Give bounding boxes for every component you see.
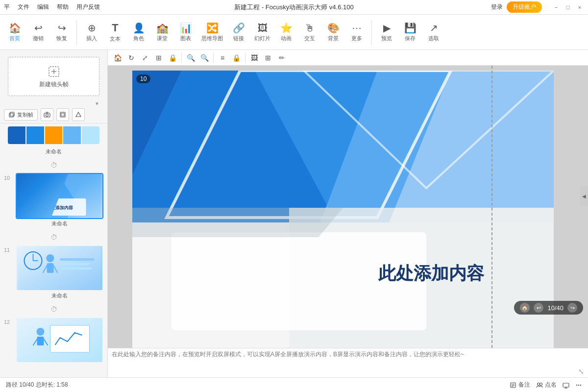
shape-button[interactable]: [72, 108, 85, 121]
minimize-button[interactable]: −: [552, 3, 561, 12]
toolbar-mindmap[interactable]: 🔀 思维导图: [198, 18, 226, 47]
titlebar: 平 文件 编辑 帮助 用户反馈 新建工程 - Focusky动画演示大师 v4.…: [0, 0, 588, 15]
toolbar-mindmap-label: 思维导图: [201, 35, 223, 42]
menu-item-file[interactable]: 文件: [18, 3, 29, 11]
slide-bg-svg: [132, 71, 554, 348]
more-status-button[interactable]: [575, 382, 582, 389]
notes-button[interactable]: 备注: [510, 381, 530, 389]
ct-zoomout-btn[interactable]: 🔍: [198, 52, 210, 64]
toolbar-interact[interactable]: 🖱 交互: [299, 18, 320, 47]
toolbar-text[interactable]: T 文本: [104, 18, 126, 47]
slide-11-svg: [17, 246, 102, 290]
toolbar-slideshow-label: 幻灯片: [254, 35, 270, 42]
ct-lock-btn[interactable]: 🔒: [167, 52, 178, 64]
slide-thumb-10[interactable]: 此处添加内容: [16, 173, 103, 219]
counter-next-icon[interactable]: ↪: [567, 303, 577, 313]
slide-thumb-11[interactable]: [16, 245, 103, 291]
notes-area: ⤡: [108, 348, 588, 377]
toolbar-insert[interactable]: ⊕ 插入: [81, 18, 102, 47]
counter-home-icon[interactable]: 🏠: [520, 303, 530, 313]
slide-canvas[interactable]: 10 此处添加内容: [132, 71, 554, 348]
notes-input[interactable]: [112, 350, 584, 375]
login-button[interactable]: 登录: [491, 3, 503, 11]
ct-layer-btn[interactable]: ⊞: [153, 52, 165, 64]
slide-sep-11-12: ⏱: [0, 303, 107, 315]
menu-bar: 平 文件 编辑 帮助 用户反馈: [4, 3, 100, 11]
theme-color-strip[interactable]: [8, 126, 99, 144]
toolbar-preview[interactable]: ▶ 预览: [376, 18, 397, 47]
ct-zoomin-btn[interactable]: 🔍: [185, 52, 196, 64]
ct-draw-btn[interactable]: ✏: [276, 52, 288, 64]
chart-icon: 📊: [180, 22, 192, 34]
toolbar-chart[interactable]: 📊 图表: [175, 18, 196, 47]
crop-button[interactable]: [56, 108, 69, 121]
toolbar-role[interactable]: 👤 角色: [128, 18, 149, 47]
counter-back-icon[interactable]: ↩: [534, 303, 543, 313]
checkin-button[interactable]: 点名: [536, 381, 557, 389]
insert-icon: ⊕: [88, 22, 96, 34]
camera-button[interactable]: [41, 108, 53, 121]
copy-frame-label: 复制帧: [17, 111, 33, 119]
canvas-area: 🏠 ↻ ⤢ ⊞ 🔒 🔍 🔍 ≡ 🔒 🖼 ⊞ ✏: [108, 50, 588, 377]
more-status-icon: [575, 382, 582, 389]
toolbar-background[interactable]: 🎨 背景: [322, 18, 344, 47]
slideshow-icon: 🖼: [258, 22, 268, 34]
screen-icon: [563, 382, 569, 389]
toolbar-more[interactable]: ⋯ 更多: [346, 18, 368, 47]
ct-flip-btn[interactable]: ⤢: [139, 52, 151, 64]
separator-icon-2: ⏱: [50, 233, 57, 241]
ct-align-btn[interactable]: ≡: [217, 52, 228, 64]
canvas-content[interactable]: 10 此处添加内容 🏠 ↩ 10/40 ↪: [108, 66, 588, 348]
separator-icon: ⏱: [50, 161, 57, 169]
role-icon: 👤: [133, 22, 145, 34]
slide-thumb-12[interactable]: [16, 317, 103, 363]
toolbar-link[interactable]: 🔗 链接: [228, 18, 249, 47]
toolbar-class[interactable]: 🏫 课堂: [151, 18, 173, 47]
theme-color-1: [8, 126, 25, 144]
toolbar-home[interactable]: 🏠 首页: [4, 18, 25, 47]
menu-item-help[interactable]: 帮助: [57, 3, 69, 11]
canvas-main-text[interactable]: 此处添加内容: [318, 262, 544, 286]
collapse-icon: ◀: [582, 194, 586, 199]
ct-lock2-btn[interactable]: 🔒: [230, 52, 242, 64]
close-button[interactable]: ×: [575, 3, 584, 12]
svg-rect-20: [47, 263, 54, 273]
toolbar-insert-label: 插入: [86, 35, 97, 42]
toolbar-preview-label: 预览: [381, 35, 392, 42]
ct-rotate-btn[interactable]: ↻: [125, 52, 137, 64]
notes-expand-button[interactable]: ⤡: [578, 368, 584, 375]
svg-point-27: [37, 328, 45, 336]
new-frame-icon: [47, 65, 61, 78]
slide-counter: 🏠 ↩ 10/40 ↪: [514, 301, 583, 315]
svg-rect-24: [60, 263, 90, 265]
slide-10-preview: 此处添加内容: [17, 174, 102, 218]
screen-button[interactable]: [563, 382, 569, 389]
toolbar-animation[interactable]: ⭐ 动画: [275, 18, 297, 47]
copy-frame-button[interactable]: 复制帧: [4, 109, 38, 121]
toolbar-slideshow[interactable]: 🖼 幻灯片: [251, 18, 273, 47]
ct-photo-btn[interactable]: 🖼: [248, 52, 260, 64]
toolbar-select[interactable]: ↗ 选取: [423, 18, 444, 47]
svg-rect-4: [10, 112, 14, 116]
svg-rect-25: [60, 268, 92, 270]
toolbar-undo[interactable]: ↩ 撤销: [27, 18, 49, 47]
menu-item-edit[interactable]: 编辑: [37, 3, 49, 11]
ct-home-btn[interactable]: 🏠: [112, 52, 123, 64]
toolbar-redo[interactable]: ↪ 恢复: [51, 18, 73, 47]
scroll-down-button[interactable]: ▼: [95, 101, 99, 106]
collapse-sidebar-button[interactable]: ◀: [580, 186, 588, 206]
menu-item-feedback[interactable]: 用户反馈: [76, 3, 100, 11]
new-frame-button[interactable]: 新建镜头帧: [8, 57, 99, 96]
svg-rect-28: [37, 337, 44, 345]
toolbar-text-label: 文本: [110, 35, 121, 43]
copy-icon: [8, 111, 15, 118]
maximize-button[interactable]: □: [564, 3, 572, 12]
sidebar-tools: 复制帧: [0, 106, 107, 123]
toolbar-save[interactable]: 💾 保存: [399, 18, 421, 47]
theme-unnamed-label: 未命名: [4, 147, 103, 157]
notes-label: 备注: [518, 381, 530, 389]
text-icon: T: [112, 22, 118, 34]
ct-grid-btn[interactable]: ⊞: [262, 52, 274, 64]
upgrade-button[interactable]: 升级账户: [507, 1, 542, 13]
menu-item-flat[interactable]: 平: [4, 3, 10, 11]
